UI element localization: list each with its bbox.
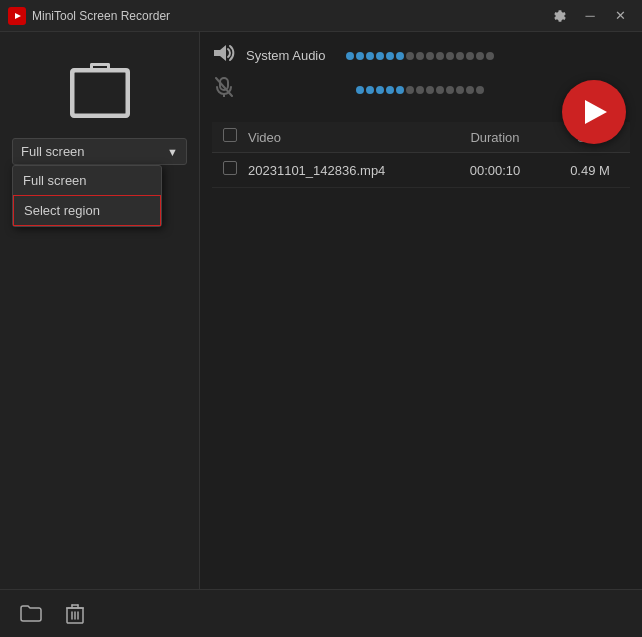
mic-dot-5: [396, 86, 404, 94]
mic-dot-11: [456, 86, 464, 94]
title-bar-controls: ─ ✕: [546, 6, 634, 26]
system-audio-bar: [346, 52, 630, 60]
mic-dot-2: [366, 86, 374, 94]
audio-dot-7: [406, 52, 414, 60]
speaker-icon: [212, 44, 236, 67]
dropdown-menu: Full screen Select region: [12, 165, 162, 227]
mic-dot-9: [436, 86, 444, 94]
audio-dot-4: [376, 52, 384, 60]
main-content: Full screen ▼ Full screen Select region: [0, 32, 642, 637]
svg-marker-3: [214, 45, 226, 61]
left-panel: Full screen ▼ Full screen Select region: [0, 32, 200, 637]
mic-dot-4: [386, 86, 394, 94]
audio-dot-10: [436, 52, 444, 60]
dropdown-item-select-region[interactable]: Select region: [13, 195, 161, 226]
dropdown-button[interactable]: Full screen ▼: [12, 138, 187, 165]
close-button[interactable]: ✕: [606, 6, 634, 26]
app-icon: [8, 7, 26, 25]
audio-dot-15: [486, 52, 494, 60]
minimize-icon: ─: [585, 8, 594, 23]
system-audio-row: System Audio: [212, 44, 630, 67]
mic-dot-7: [416, 86, 424, 94]
audio-dot-11: [446, 52, 454, 60]
header-video-col: Video: [248, 130, 440, 145]
delete-button[interactable]: [62, 600, 88, 628]
audio-dot-8: [416, 52, 424, 60]
play-icon: [585, 100, 607, 124]
microphone-icon: [212, 77, 236, 102]
right-panel: System Audio: [200, 32, 642, 637]
mic-dot-12: [466, 86, 474, 94]
header-checkbox[interactable]: [223, 128, 237, 142]
row-filename[interactable]: 20231101_142836.mp4: [248, 163, 440, 178]
audio-dot-13: [466, 52, 474, 60]
system-audio-label: System Audio: [246, 48, 336, 63]
audio-dot-1: [346, 52, 354, 60]
audio-dot-9: [426, 52, 434, 60]
audio-dot-5: [386, 52, 394, 60]
dropdown-item-fullscreen[interactable]: Full screen: [13, 166, 161, 195]
settings-button[interactable]: [546, 6, 574, 26]
row-checkbox[interactable]: [223, 161, 237, 175]
mic-dot-8: [426, 86, 434, 94]
capture-icon-area: [12, 68, 187, 118]
audio-dot-12: [456, 52, 464, 60]
close-icon: ✕: [615, 8, 626, 23]
audio-dot-2: [356, 52, 364, 60]
title-bar-left: MiniTool Screen Recorder: [8, 7, 170, 25]
table-row: 20231101_142836.mp4 00:00:10 0.49 M: [212, 153, 630, 188]
svg-rect-2: [73, 71, 127, 115]
chevron-down-icon: ▼: [167, 146, 178, 158]
header-duration-col: Duration: [440, 130, 550, 145]
row-duration: 00:00:10: [440, 163, 550, 178]
mic-dot-13: [476, 86, 484, 94]
bottom-bar: [0, 589, 642, 637]
mic-dot-10: [446, 86, 454, 94]
mic-dot-1: [356, 86, 364, 94]
record-button[interactable]: [562, 80, 626, 144]
open-folder-button[interactable]: [16, 601, 46, 627]
recordings-table: Video Duration Size 20231101_142836.mp4 …: [212, 122, 630, 637]
title-bar: MiniTool Screen Recorder ─ ✕: [0, 0, 642, 32]
row-size: 0.49 M: [550, 163, 630, 178]
app-title: MiniTool Screen Recorder: [32, 9, 170, 23]
audio-dot-14: [476, 52, 484, 60]
record-button-container: [562, 80, 626, 144]
audio-dot-3: [366, 52, 374, 60]
capture-mode-dropdown[interactable]: Full screen ▼ Full screen Select region: [12, 138, 187, 165]
screen-capture-icon: [70, 68, 130, 118]
header-check-col: [212, 128, 248, 146]
mic-dot-3: [376, 86, 384, 94]
minimize-button[interactable]: ─: [576, 6, 604, 26]
dropdown-selected-label: Full screen: [21, 144, 85, 159]
row-check-col: [212, 161, 248, 179]
audio-dot-6: [396, 52, 404, 60]
mic-dot-6: [406, 86, 414, 94]
